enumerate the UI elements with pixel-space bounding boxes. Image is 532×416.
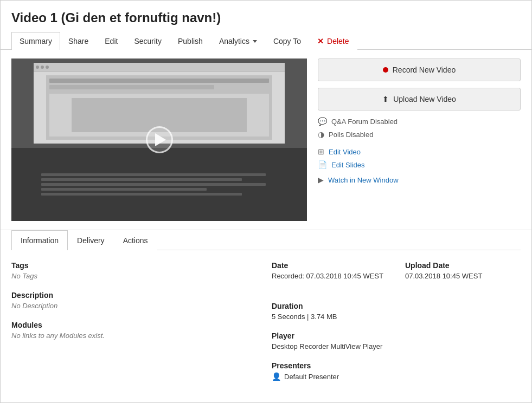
inner-line-1 xyxy=(49,79,269,83)
edit-slides-item[interactable]: 📄 Edit Slides xyxy=(318,160,521,169)
description-value: No Description xyxy=(11,302,261,310)
chevron-down-icon xyxy=(253,40,257,43)
date-label: Date xyxy=(272,261,383,270)
edit-video-icon: ⊞ xyxy=(318,147,324,156)
screenshot-header xyxy=(34,63,285,72)
upload-date-block: Upload Date 07.03.2018 10:45 WEST xyxy=(405,261,482,280)
tags-value: No Tags xyxy=(11,272,261,280)
polls-icon: ◑ xyxy=(318,130,324,139)
text-line-1 xyxy=(41,173,266,176)
record-dot-icon xyxy=(383,67,388,73)
qa-forum-item: 💬 Q&A Forum Disabled xyxy=(318,117,521,126)
watch-item[interactable]: ▶ Watch in New Window xyxy=(318,176,521,184)
video-container[interactable]: Private 0 Views xyxy=(11,58,307,221)
edit-video-label: Edit Video xyxy=(329,148,361,156)
record-button-label: Record New Video xyxy=(393,66,456,74)
player-label: Player xyxy=(272,332,521,340)
edit-video-item[interactable]: ⊞ Edit Video xyxy=(318,147,521,156)
record-button[interactable]: Record New Video xyxy=(318,58,521,81)
presenter-icon: 👤 xyxy=(272,372,281,381)
x-icon: ✕ xyxy=(317,37,324,46)
main-content: Private 0 Views xyxy=(1,50,531,230)
dot-2 xyxy=(41,66,44,69)
tab-delete[interactable]: ✕ Delete xyxy=(309,32,357,50)
info-left: Tags No Tags Description No Description … xyxy=(11,261,272,392)
info-right: Date Recorded: 07.03.2018 10:45 WEST Upl… xyxy=(272,261,521,392)
tab-share[interactable]: Share xyxy=(60,32,97,50)
tab-analytics[interactable]: Analytics xyxy=(211,32,265,50)
polls-label: Polls Disabled xyxy=(329,131,373,139)
dot-3 xyxy=(46,66,49,69)
tab-summary[interactable]: Summary xyxy=(11,32,60,50)
video-panel: Private 0 Views xyxy=(11,58,307,221)
play-button[interactable] xyxy=(146,126,173,153)
side-links-group2: ⊞ Edit Video 📄 Edit Slides xyxy=(318,147,521,169)
video-bottom-half xyxy=(11,148,307,221)
duration-value: 5 Seconds | 3.74 MB xyxy=(272,313,521,321)
info-tab-delivery[interactable]: Delivery xyxy=(68,230,114,250)
tab-copy-to[interactable]: Copy To xyxy=(265,32,309,50)
side-panel: Record New Video ⬆ Upload New Video 💬 Q&… xyxy=(318,58,521,221)
qa-icon: 💬 xyxy=(318,117,327,126)
tab-publish[interactable]: Publish xyxy=(170,32,211,50)
tags-block: Tags No Tags xyxy=(11,261,261,280)
description-block: Description No Description xyxy=(11,291,261,310)
presenters-label: Presenters xyxy=(272,361,521,370)
text-lines xyxy=(41,171,278,198)
text-line-2 xyxy=(41,178,242,181)
presenters-block: Presenters 👤 Default Presenter xyxy=(272,361,521,381)
text-line-4 xyxy=(41,188,207,191)
polls-item: ◑ Polls Disabled xyxy=(318,130,521,139)
edit-slides-icon: 📄 xyxy=(318,160,327,169)
watch-label: Watch in New Window xyxy=(328,176,399,184)
page-wrapper: Video 1 (Gi den et fornuftig navn!) Summ… xyxy=(0,0,532,403)
info-tab-actions[interactable]: Actions xyxy=(114,230,157,250)
upload-date-label: Upload Date xyxy=(405,261,482,270)
duration-label: Duration xyxy=(272,302,521,310)
player-block: Player Desktop Recorder MultiView Player xyxy=(272,332,521,350)
upload-button[interactable]: ⬆ Upload New Video xyxy=(318,88,521,110)
qa-label: Q&A Forum Disabled xyxy=(331,118,398,126)
date-block: Date Recorded: 07.03.2018 10:45 WEST xyxy=(272,261,383,280)
tab-security[interactable]: Security xyxy=(126,32,170,50)
edit-slides-label: Edit Slides xyxy=(331,161,364,169)
tab-edit[interactable]: Edit xyxy=(97,32,126,50)
upload-date-value: 07.03.2018 10:45 WEST xyxy=(405,272,482,280)
text-line-5 xyxy=(41,193,242,196)
modules-value: No links to any Modules exist. xyxy=(11,332,261,340)
modules-block: Modules No links to any Modules exist. xyxy=(11,321,261,340)
info-tab-information[interactable]: Information xyxy=(11,230,68,250)
presenter-name: Default Presenter xyxy=(284,373,339,381)
side-links-group1: 💬 Q&A Forum Disabled ◑ Polls Disabled xyxy=(318,117,521,139)
description-label: Description xyxy=(11,291,261,300)
text-line-3 xyxy=(41,183,266,186)
info-content: Tags No Tags Description No Description … xyxy=(11,261,521,392)
info-tabs: Information Delivery Actions xyxy=(11,230,521,250)
info-section: Information Delivery Actions Tags No Tag… xyxy=(1,230,531,402)
date-value: Recorded: 07.03.2018 10:45 WEST xyxy=(272,272,383,280)
presenter-row: 👤 Default Presenter xyxy=(272,372,521,381)
modules-label: Modules xyxy=(11,321,261,329)
inner-line-2 xyxy=(49,85,214,89)
date-row: Date Recorded: 07.03.2018 10:45 WEST Upl… xyxy=(272,261,521,291)
play-triangle-icon xyxy=(155,133,166,146)
watch-links: ▶ Watch in New Window xyxy=(318,176,521,184)
duration-block: Duration 5 Seconds | 3.74 MB xyxy=(272,302,521,321)
upload-button-label: Upload New Video xyxy=(393,95,456,103)
tabs-bar: Summary Share Edit Security Publish Anal… xyxy=(1,32,531,50)
play-icon: ▶ xyxy=(318,176,324,184)
player-value: Desktop Recorder MultiView Player xyxy=(272,342,521,350)
dot-1 xyxy=(36,66,39,69)
page-title: Video 1 (Gi den et fornuftig navn!) xyxy=(1,1,531,32)
tags-label: Tags xyxy=(11,261,261,270)
upload-arrow-icon: ⬆ xyxy=(382,95,389,103)
